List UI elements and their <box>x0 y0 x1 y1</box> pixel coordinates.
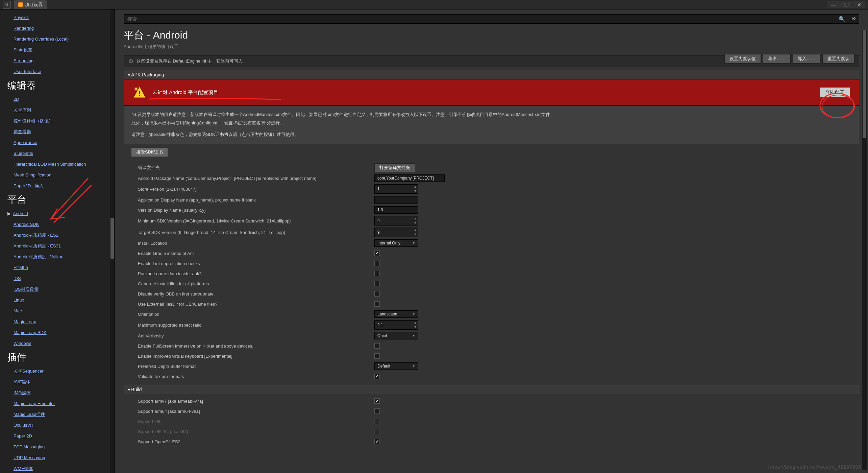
prop-label: Validate texture formats <box>138 374 374 379</box>
sidebar-item[interactable]: 关卡Sequencer <box>0 366 115 377</box>
title-bar: U 项目设置 — ❐ ✕ <box>0 0 868 9</box>
sidebar-item[interactable]: HTML5 <box>0 262 115 273</box>
sidebar-item[interactable]: Magic Leap插件 <box>0 409 115 420</box>
sidebar-item[interactable]: Paper2D - 导入 <box>0 181 115 191</box>
sidebar-category-plugin: 插件 <box>0 349 115 366</box>
max-aspect-input[interactable]: 2.1▲▼ <box>374 320 418 330</box>
ant-verbosity-select[interactable]: Quiet <box>374 332 418 339</box>
search-icon[interactable]: 🔍 <box>836 16 848 22</box>
sidebar-item[interactable]: iOS <box>0 273 115 284</box>
sidebar-item[interactable]: WMF媒体 <box>0 463 115 473</box>
enable-gradle-checkbox[interactable]: ✔ <box>374 251 380 256</box>
sidebar-item[interactable]: Rendering <box>0 23 115 34</box>
prop-label: Support x86_64 [aka x64] <box>138 429 374 434</box>
settings-content: APK Packaging ! 未针对 Android 平台配置项目 立即配置 … <box>124 70 859 470</box>
minimize-button[interactable]: — <box>827 1 840 8</box>
external-files-dir-checkbox[interactable] <box>374 301 380 307</box>
sidebar-category-editor: 编辑器 <box>0 77 115 94</box>
sidebar-item[interactable]: Hierarchical LOD Mesh Simplification <box>0 159 115 170</box>
sidebar-item[interactable]: Physics <box>0 12 115 23</box>
support-armv7-checkbox[interactable]: ✔ <box>374 398 380 404</box>
sidebar-item[interactable]: 类查看器 <box>0 126 115 137</box>
sidebar-item[interactable]: Magic Leap SDK <box>0 327 115 338</box>
virtual-keyboard-checkbox[interactable] <box>374 353 380 359</box>
open-build-folder-button[interactable]: 打开编译文件夹 <box>374 163 415 172</box>
sidebar-item[interactable]: OculusVR <box>0 420 115 431</box>
sidebar-item-android[interactable]: Android <box>0 208 115 219</box>
sidebar-item[interactable]: Magic Leap Emulator <box>0 398 115 409</box>
main-scrollbar[interactable] <box>862 30 867 470</box>
sidebar-item[interactable]: User Interface <box>0 66 115 77</box>
sidebar-item[interactable]: IMG媒体 <box>0 387 115 398</box>
export-button[interactable]: 导出…… <box>763 54 791 64</box>
prop-label: Target SDK Version (9=Gingerbread, 14=Ic… <box>138 230 374 235</box>
prop-label: Use ExternalFilesDir for UE4Game files? <box>138 302 374 307</box>
close-button[interactable]: ✕ <box>853 1 865 8</box>
page-title: 平台 - Android <box>115 26 868 42</box>
sidebar-item[interactable]: iOS材质质量 <box>0 284 115 295</box>
sidebar-item[interactable]: Rendering Overrides (Local) <box>0 34 115 45</box>
depth-buffer-select[interactable]: Default <box>374 362 418 370</box>
maximize-button[interactable]: ❐ <box>840 1 852 8</box>
store-version-input[interactable]: 1▲▼ <box>374 184 418 194</box>
prop-label: Version Display Name (usually x.y) <box>138 208 374 213</box>
package-in-apk-checkbox[interactable] <box>374 271 380 276</box>
sidebar-item[interactable]: Linux <box>0 295 115 306</box>
package-name-input[interactable] <box>374 174 445 182</box>
sidebar-item[interactable]: 关卡序列 <box>0 105 115 116</box>
enable-lint-checkbox[interactable] <box>374 261 380 266</box>
support-gles2-checkbox[interactable]: ✔ <box>374 439 380 444</box>
window-tab[interactable]: 项目设置 <box>14 0 47 9</box>
info-icon: 🛈 <box>129 59 133 64</box>
sidebar-item[interactable]: Android材质精度 - Vulkan <box>0 252 115 262</box>
sidebar-item[interactable]: Mesh Simplification <box>0 170 115 181</box>
search-input[interactable] <box>124 15 836 23</box>
set-default-button[interactable]: 设置为默认值 <box>724 54 761 64</box>
sidebar-item[interactable]: Android材质精度 - ES2 <box>0 230 115 241</box>
configure-now-button[interactable]: 立即配置 <box>820 87 850 97</box>
section-build[interactable]: Build <box>124 385 859 394</box>
annotation-underline-icon <box>148 96 283 103</box>
sidebar-item[interactable]: UDP Messaging <box>0 452 115 463</box>
gen-install-files-checkbox[interactable] <box>374 281 380 286</box>
install-location-select[interactable]: Internal Only <box>374 239 418 247</box>
app-display-name-input[interactable] <box>374 196 418 204</box>
sidebar-item[interactable]: Android SDK <box>0 219 115 230</box>
sidebar-item[interactable]: 控件设计器（队伍） <box>0 116 115 126</box>
support-x86-checkbox <box>374 419 380 424</box>
prop-label: Store Version (1-2147483647) <box>138 187 374 192</box>
support-arm64-checkbox[interactable] <box>374 408 380 414</box>
sidebar-item[interactable]: Blueprints <box>0 148 115 159</box>
eye-icon[interactable]: 👁 <box>848 16 859 22</box>
version-display-input[interactable] <box>374 206 418 214</box>
disable-obb-verify-checkbox[interactable] <box>374 291 380 297</box>
validate-textures-checkbox[interactable]: ✔ <box>374 374 380 379</box>
info-text: 这些设置被保存在 DefaultEngine.ini 中，它当前可写入。 <box>137 58 247 64</box>
min-sdk-input[interactable]: 9▲▼ <box>374 216 418 226</box>
page-description: Android应用程序的项目设置 <box>115 42 868 54</box>
section-apk-packaging[interactable]: APK Packaging <box>124 70 859 79</box>
sidebar-item[interactable]: Magic Leap <box>0 316 115 327</box>
prop-label: Generate install files for all platforms <box>138 281 374 286</box>
sidebar-category-platform: 平台 <box>0 191 115 208</box>
import-button[interactable]: 导入…… <box>793 54 820 64</box>
prop-label: Maximum supported aspect ratio. <box>138 323 374 328</box>
sidebar-item[interactable]: Android材质精度 - ES31 <box>0 241 115 252</box>
sidebar-item[interactable]: 2D <box>0 94 115 105</box>
sidebar-item[interactable]: Mac <box>0 306 115 316</box>
fullscreen-immersive-checkbox[interactable] <box>374 343 380 349</box>
sidebar-item[interactable]: AVF媒体 <box>0 377 115 387</box>
notice-line: 请注意：如Gradle并非灰色，需先接受SDK证书协议后（点击下方的按钮）才可使… <box>131 131 851 139</box>
reset-default-button[interactable]: 重置为默认 <box>822 54 854 64</box>
sidebar-item[interactable]: Slate设置 <box>0 45 115 55</box>
prop-label: Support OpenGL ES2 <box>138 439 374 444</box>
sidebar-scrollbar[interactable] <box>110 9 115 473</box>
sidebar-item[interactable]: Windows <box>0 338 115 349</box>
orientation-select[interactable]: Landscape <box>374 310 418 318</box>
accept-sdk-license-button[interactable]: 接受SDK证书 <box>131 147 168 157</box>
sidebar-item[interactable]: Streaming <box>0 55 115 66</box>
sidebar-item[interactable]: TCP Messaging <box>0 442 115 452</box>
target-sdk-input[interactable]: 9▲▼ <box>374 228 418 237</box>
sidebar-item[interactable]: Appearance <box>0 137 115 148</box>
sidebar-item[interactable]: Paper 2D <box>0 431 115 442</box>
